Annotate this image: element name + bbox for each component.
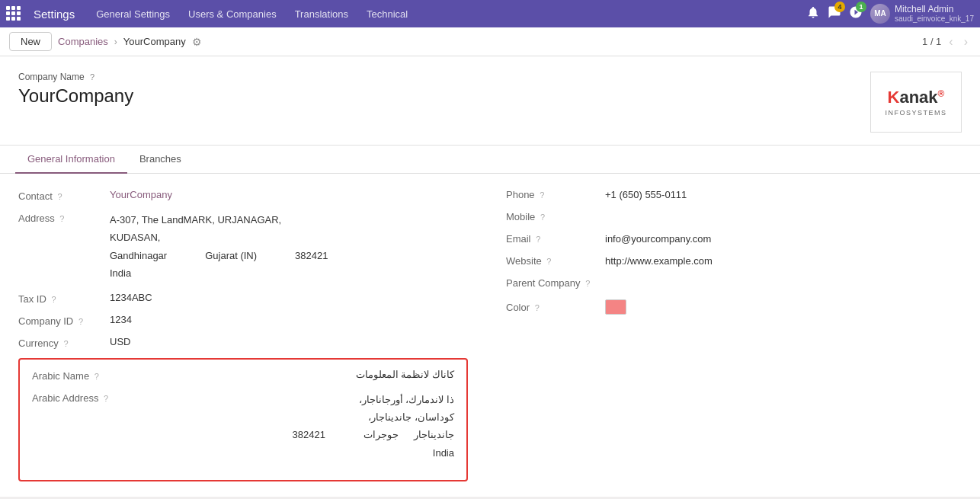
company-id-help[interactable]: ? (78, 317, 83, 326)
nav-technical[interactable]: Technical (363, 7, 411, 21)
website-label: Website ? (506, 255, 605, 267)
nav-translations[interactable]: Translations (292, 7, 351, 21)
contact-help[interactable]: ? (57, 192, 62, 201)
company-id-field-row: Company ID ? 1234 (18, 314, 476, 327)
website-help[interactable]: ? (546, 257, 551, 266)
arabic-address-line2: كوداسان، جاندیناجار، (123, 408, 454, 426)
arabic-address-line1: ذا لاندمارك، أورجاناجار، (123, 391, 454, 408)
activity-icon[interactable]: 1 (849, 5, 863, 22)
avatar: MA (870, 4, 890, 24)
parent-company-help[interactable]: ? (585, 279, 590, 288)
company-id-value[interactable]: 1234 (110, 314, 476, 325)
mobile-help[interactable]: ? (540, 213, 545, 222)
tax-id-help[interactable]: ? (51, 295, 56, 304)
kanak-logo-reg: ® (938, 88, 945, 99)
breadcrumb-parent[interactable]: Companies (58, 36, 108, 47)
contact-value[interactable]: YourCompany (110, 189, 476, 200)
currency-help[interactable]: ? (63, 339, 68, 348)
company-header: Company Name ? YourCompany Kanak® Infosy… (0, 56, 980, 146)
address-country: India (110, 264, 476, 282)
arabic-name-value[interactable]: كاناك لانظمة المعلومات (123, 369, 454, 380)
arabic-zip: 382421 (293, 426, 325, 443)
activity-badge: 1 (856, 2, 866, 12)
notification-icon[interactable] (806, 5, 820, 22)
address-label: Address ? (18, 211, 110, 224)
nav-users-companies[interactable]: Users & Companies (185, 7, 280, 21)
address-field-row: Address ? A-307, The LandMARK, URJANAGAR… (18, 211, 476, 283)
color-field-row: Color ? (506, 299, 962, 315)
address-line1: A-307, The LandMARK, URJANAGAR, (110, 211, 476, 229)
main-content: Company Name ? YourCompany Kanak® Infosy… (0, 56, 980, 497)
nav-links: General Settings Users & Companies Trans… (93, 7, 411, 21)
address-help[interactable]: ? (59, 214, 64, 223)
contact-field-row: Contact ? YourCompany (18, 189, 476, 202)
address-state: Gujarat (IN) (205, 247, 257, 264)
phone-field-row: Phone ? +1 (650) 555-0111 (506, 189, 962, 200)
arabic-section: Arabic Name ? كاناك لانظمة المعلومات Ara… (18, 358, 468, 482)
messages-icon[interactable]: 4 (828, 5, 841, 22)
website-field-row: Website ? http://www.example.com (506, 255, 962, 267)
company-logo[interactable]: Kanak® Infosystems (870, 72, 962, 133)
company-name-value[interactable]: YourCompany (18, 85, 133, 107)
color-swatch[interactable] (605, 299, 626, 315)
company-name-help[interactable]: ? (90, 72, 94, 82)
arabic-country: India (123, 444, 454, 462)
color-help[interactable]: ? (535, 303, 540, 312)
new-button[interactable]: New (9, 32, 52, 51)
messages-badge: 4 (834, 2, 845, 12)
arabic-name-help[interactable]: ? (94, 372, 99, 381)
next-page-button[interactable]: › (961, 35, 971, 49)
tax-id-value[interactable]: 1234ABC (110, 292, 476, 303)
mobile-field-row: Mobile ? (506, 211, 962, 222)
top-navigation: Settings General Settings Users & Compan… (0, 0, 980, 27)
currency-field-row: Currency ? USD (18, 336, 476, 349)
arabic-address-field-row: Arabic Address ? ذا لاندمارك، أورجاناجار… (32, 391, 454, 462)
phone-label: Phone ? (506, 189, 605, 200)
tab-branches[interactable]: Branches (127, 146, 194, 174)
tabs-bar: General Information Branches (0, 146, 980, 174)
currency-label: Currency ? (18, 336, 110, 349)
pagination-text: 1 / 1 (922, 36, 941, 47)
kanak-logo-image: Kanak® Infosystems (885, 88, 946, 117)
form-right: Phone ? +1 (650) 555-0111 Mobile ? Email… (506, 189, 962, 481)
arabic-name-field-row: Arabic Name ? كاناك لانظمة المعلومات (32, 369, 454, 382)
user-name: Mitchell Admin (895, 4, 974, 14)
address-zip: 382421 (295, 247, 328, 264)
company-name-section: Company Name ? YourCompany (18, 72, 133, 107)
arabic-address-city-state-zip: جاندیناجار جوجرات 382421 (123, 426, 454, 443)
color-label: Color ? (506, 302, 605, 313)
app-title: Settings (34, 8, 75, 21)
email-label: Email ? (506, 233, 605, 245)
user-section[interactable]: MA Mitchell Admin saudi_einvoice_knk_17 (870, 4, 974, 24)
website-value[interactable]: http://www.example.com (605, 255, 713, 267)
arabic-state: جوجرات (363, 426, 399, 443)
arabic-address-help[interactable]: ? (104, 394, 108, 403)
apps-menu-icon[interactable] (6, 6, 21, 21)
kanak-logo-k: K (888, 88, 900, 107)
pagination: 1 / 1 ‹ › (922, 35, 971, 49)
tax-id-field-row: Tax ID ? 1234ABC (18, 292, 476, 305)
tab-general-information[interactable]: General Information (15, 146, 127, 174)
form-area: Contact ? YourCompany Address ? A-307, T… (0, 174, 980, 497)
arabic-name-label: Arabic Name ? (32, 369, 123, 382)
breadcrumb-separator: › (114, 37, 117, 47)
arabic-address-label: Arabic Address ? (32, 391, 123, 404)
form-left: Contact ? YourCompany Address ? A-307, T… (18, 189, 476, 481)
phone-value[interactable]: +1 (650) 555-0111 (605, 189, 687, 200)
prev-page-button[interactable]: ‹ (946, 35, 956, 49)
email-field-row: Email ? info@yourcompany.com (506, 233, 962, 245)
parent-company-label: Parent Company ? (506, 277, 605, 289)
currency-value[interactable]: USD (110, 336, 476, 347)
address-city-state-zip: Gandhinagar Gujarat (IN) 382421 (110, 247, 476, 264)
breadcrumb-bar: New Companies › YourCompany ⚙ 1 / 1 ‹ › (0, 27, 980, 56)
top-right-icons: 4 1 MA Mitchell Admin saudi_einvoice_knk… (806, 4, 974, 24)
mobile-label: Mobile ? (506, 211, 605, 222)
parent-company-field-row: Parent Company ? (506, 277, 962, 289)
email-help[interactable]: ? (536, 235, 540, 244)
phone-help[interactable]: ? (540, 190, 544, 200)
email-value[interactable]: info@yourcompany.com (605, 233, 711, 245)
nav-general-settings[interactable]: General Settings (93, 7, 173, 21)
kanak-logo-rest: anak (899, 88, 937, 107)
company-id-label: Company ID ? (18, 314, 110, 327)
settings-gear-icon[interactable]: ⚙ (192, 36, 202, 48)
